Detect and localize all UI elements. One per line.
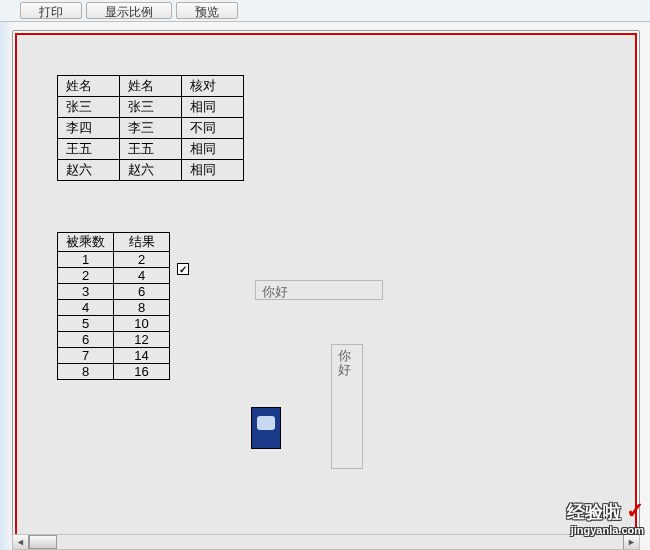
check-icon: ✓ bbox=[179, 264, 187, 275]
checkbox[interactable]: ✓ bbox=[177, 263, 189, 275]
zoom-button[interactable]: 显示比例 bbox=[86, 2, 172, 19]
preview-panel: 姓名 姓名 核对 张三张三相同 李四李三不同 王五王五相同 赵六赵六相同 被乘数… bbox=[12, 30, 640, 545]
header-cell: 结果 bbox=[114, 233, 170, 252]
scroll-thumb[interactable] bbox=[29, 535, 57, 549]
table-row: 被乘数 结果 bbox=[58, 233, 170, 252]
table-row: 48 bbox=[58, 300, 170, 316]
toolbar: 打印 显示比例 预览 bbox=[0, 0, 650, 22]
comparison-table: 姓名 姓名 核对 张三张三相同 李四李三不同 王五王五相同 赵六赵六相同 bbox=[57, 75, 244, 181]
scroll-left-button[interactable]: ◄ bbox=[13, 535, 29, 549]
preview-button[interactable]: 预览 bbox=[176, 2, 238, 19]
text-input-horizontal[interactable]: 你好 bbox=[255, 280, 383, 300]
watermark-title: 经验啦 bbox=[567, 500, 621, 524]
horizontal-scrollbar[interactable]: ◄ ► bbox=[12, 534, 640, 550]
page-canvas: 姓名 姓名 核对 张三张三相同 李四李三不同 王五王五相同 赵六赵六相同 被乘数… bbox=[15, 33, 637, 542]
checkmark-icon: ✓ bbox=[626, 498, 644, 524]
print-button[interactable]: 打印 bbox=[20, 2, 82, 19]
table-row: 12 bbox=[58, 252, 170, 268]
table-row: 36 bbox=[58, 284, 170, 300]
table-row: 816 bbox=[58, 364, 170, 380]
header-cell: 姓名 bbox=[120, 76, 182, 97]
watermark-url: jingyanla.com bbox=[567, 524, 644, 536]
table-row: 张三张三相同 bbox=[58, 97, 244, 118]
image-icon bbox=[257, 416, 275, 430]
multiplication-table: 被乘数 结果 12 24 36 48 510 612 714 816 bbox=[57, 232, 170, 380]
table-row: 李四李三不同 bbox=[58, 118, 244, 139]
image-thumbnail[interactable] bbox=[251, 407, 281, 449]
table-row: 姓名 姓名 核对 bbox=[58, 76, 244, 97]
text-input-vertical[interactable]: 你好 bbox=[331, 344, 363, 469]
table-row: 赵六赵六相同 bbox=[58, 160, 244, 181]
header-cell: 核对 bbox=[182, 76, 244, 97]
table-row: 王五王五相同 bbox=[58, 139, 244, 160]
table-row: 714 bbox=[58, 348, 170, 364]
table-row: 612 bbox=[58, 332, 170, 348]
scroll-right-button[interactable]: ► bbox=[623, 535, 639, 549]
header-cell: 被乘数 bbox=[58, 233, 114, 252]
header-cell: 姓名 bbox=[58, 76, 120, 97]
table-row: 510 bbox=[58, 316, 170, 332]
watermark: 经验啦 ✓ jingyanla.com bbox=[567, 498, 644, 536]
table-row: 24 bbox=[58, 268, 170, 284]
